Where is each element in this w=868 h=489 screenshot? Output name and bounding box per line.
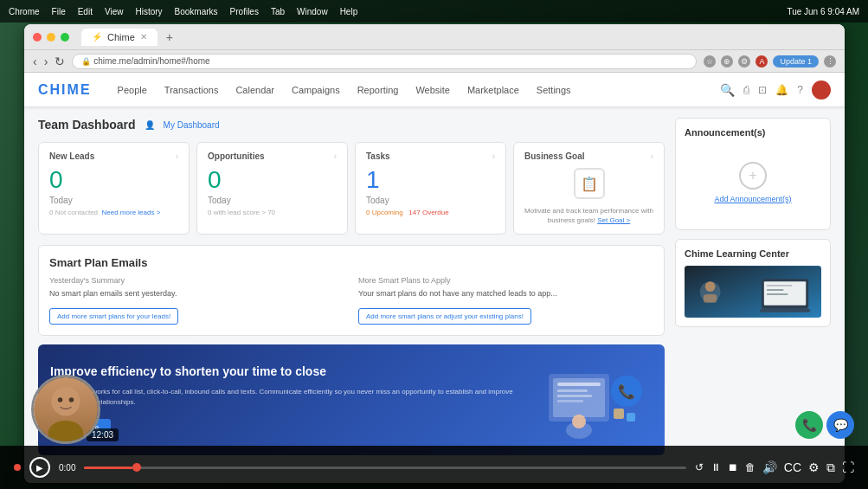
- stat-tasks: Tasks › 1 Today 0 Upcoming 147 Overdue: [355, 142, 506, 235]
- os-menu-edit[interactable]: Edit: [78, 7, 93, 16]
- svg-rect-5: [557, 400, 583, 402]
- promo-title: Improve efficiency to shorten your time …: [50, 364, 523, 379]
- back-button[interactable]: ‹: [33, 55, 37, 68]
- captions-icon[interactable]: CC: [784, 460, 801, 474]
- add-announcement-icon[interactable]: +: [739, 162, 767, 190]
- nav-settings[interactable]: Settings: [537, 81, 571, 99]
- user-avatar[interactable]: [812, 80, 831, 100]
- chime-logo: CHIME: [38, 82, 92, 98]
- settings-icon[interactable]: ⚙: [808, 460, 820, 474]
- os-menu-window[interactable]: Window: [297, 7, 328, 16]
- print-icon[interactable]: ⎙: [743, 84, 749, 96]
- close-dot[interactable]: [33, 33, 42, 42]
- os-menu-tab[interactable]: Tab: [271, 7, 285, 16]
- stat-opportunities-value: 0: [208, 166, 337, 194]
- os-menu-file[interactable]: File: [52, 7, 66, 16]
- id-icon[interactable]: ⊡: [758, 84, 767, 96]
- smart-plan-columns: Yesterday's Summary No smart plan emails…: [49, 276, 653, 325]
- minimize-dot[interactable]: [47, 33, 55, 42]
- browser-icons: ☆ ⊕ ⚙ A Update 1 ⋮: [704, 55, 836, 68]
- nav-calendar[interactable]: Calendar: [235, 81, 274, 99]
- nav-campaigns[interactable]: Campaigns: [292, 81, 340, 99]
- os-menu-bookmarks[interactable]: Bookmarks: [175, 7, 218, 16]
- browser-tab[interactable]: ⚡ Chime ✕: [81, 29, 158, 46]
- help-icon[interactable]: ?: [797, 84, 803, 96]
- nav-reporting[interactable]: Reporting: [357, 81, 399, 99]
- rewind-icon[interactable]: ↺: [695, 461, 704, 473]
- col1-button[interactable]: Add more smart plans for your leads!: [49, 308, 178, 325]
- svg-rect-18: [767, 293, 788, 295]
- tab-close-icon[interactable]: ✕: [140, 32, 147, 42]
- bell-icon[interactable]: 🔔: [775, 84, 788, 96]
- os-menu-history[interactable]: History: [135, 7, 162, 16]
- browser-window: ⚡ Chime ✕ + ‹ › ↻ 🔒 chime.me/admin/home#…: [24, 24, 845, 483]
- stat-opportunities-label: Today: [208, 196, 337, 205]
- rec-dot: [14, 464, 21, 471]
- promo-text: Improve efficiency to shorten your time …: [50, 364, 523, 435]
- search-icon[interactable]: 🔍: [720, 83, 735, 97]
- play-button[interactable]: ▶: [29, 457, 50, 478]
- update-button[interactable]: Update 1: [773, 55, 819, 68]
- left-column: Team Dashboard 👤 My Dashboard New Leads …: [38, 118, 665, 473]
- svg-rect-11: [627, 413, 635, 421]
- message-button[interactable]: 💬: [826, 411, 854, 439]
- bookmark-icon[interactable]: ⊕: [721, 55, 733, 68]
- trash-icon[interactable]: 🗑: [745, 461, 755, 473]
- learning-title: Chime Learning Center: [685, 248, 821, 259]
- my-dashboard-link[interactable]: My Dashboard: [164, 120, 220, 130]
- os-menu-profiles[interactable]: Profiles: [230, 7, 259, 16]
- main-area: Team Dashboard 👤 My Dashboard New Leads …: [24, 107, 845, 483]
- os-menu-items: Chrome File Edit View History Bookmarks …: [9, 7, 357, 16]
- refresh-button[interactable]: ↻: [55, 55, 65, 68]
- pause-icon[interactable]: ⏸: [710, 461, 721, 473]
- star-icon[interactable]: ☆: [704, 55, 716, 68]
- set-goal-link[interactable]: Set Goal >: [597, 216, 630, 224]
- stat-new-leads-sub: 0 Not contacted Need more leads >: [49, 209, 178, 216]
- stat-business-goal: Business Goal › 📋 Motivate and track tea…: [513, 142, 665, 235]
- rec-badge: [14, 464, 21, 471]
- stat-business-goal-title: Business Goal: [524, 151, 584, 161]
- stat-tasks-sub: 0 Upcoming 147 Overdue: [366, 209, 495, 216]
- nav-people[interactable]: People: [118, 81, 147, 99]
- progress-fill: [84, 466, 132, 469]
- add-announcement-link[interactable]: Add Announcement(s): [714, 195, 791, 203]
- volume-icon[interactable]: 🔊: [762, 460, 777, 474]
- svg-rect-10: [614, 409, 624, 419]
- nav-transactions[interactable]: Transactions: [164, 81, 219, 99]
- add-announcement-area: + Add Announcement(s): [685, 145, 821, 221]
- address-bar[interactable]: 🔒 chime.me/admin/home#/home: [72, 54, 697, 69]
- svg-point-24: [58, 397, 63, 402]
- menu-icon[interactable]: ⋮: [824, 55, 836, 68]
- smart-plan-section: Smart Plan Emails Yesterday's Summary No…: [38, 245, 665, 336]
- stat-opportunities-sub: 0 with lead score > 70: [208, 209, 337, 216]
- col2-button[interactable]: Add more smart plans or adjust your exis…: [358, 308, 531, 325]
- tab-title: Chime: [107, 32, 135, 42]
- account-icon[interactable]: A: [755, 55, 768, 68]
- maximize-dot[interactable]: [61, 33, 69, 42]
- stop-icon[interactable]: ⏹: [728, 461, 738, 473]
- phone-button[interactable]: 📞: [795, 411, 823, 439]
- fullscreen-icon[interactable]: ⛶: [842, 460, 854, 474]
- stat-new-leads-arrow: ›: [176, 151, 178, 161]
- os-datetime: Tue Jun 6 9:04 AM: [787, 7, 859, 16]
- need-more-leads-link[interactable]: Need more leads >: [102, 209, 161, 216]
- forward-button[interactable]: ›: [44, 55, 48, 68]
- extensions-icon[interactable]: ⚙: [738, 55, 750, 68]
- nav-website[interactable]: Website: [415, 81, 450, 99]
- learning-image: [685, 266, 821, 318]
- nav-marketplace[interactable]: Marketplace: [467, 81, 519, 99]
- progress-bar[interactable]: [84, 466, 685, 469]
- nav-right: 🔍 ⎙ ⊡ 🔔 ?: [720, 80, 831, 100]
- current-time: 0:00: [59, 463, 75, 473]
- svg-rect-4: [557, 395, 592, 397]
- announcement-title: Announcement(s): [685, 127, 821, 138]
- video-player: ▶ 0:00 ↺ ⏸ ⏹ 🗑 🔊 CC ⚙ ⧉ ⛶: [0, 446, 868, 489]
- smart-plan-col1: Yesterday's Summary No smart plan emails…: [49, 276, 344, 325]
- os-menu-view[interactable]: View: [105, 7, 124, 16]
- promo-desc: Chime Dialer works for call list, click-…: [50, 387, 523, 408]
- svg-point-23: [48, 421, 84, 444]
- picture-in-picture-icon[interactable]: ⧉: [826, 460, 835, 475]
- new-tab-button[interactable]: +: [166, 30, 173, 44]
- os-menu-help[interactable]: Help: [340, 7, 358, 16]
- os-menu-chrome[interactable]: Chrome: [9, 7, 40, 16]
